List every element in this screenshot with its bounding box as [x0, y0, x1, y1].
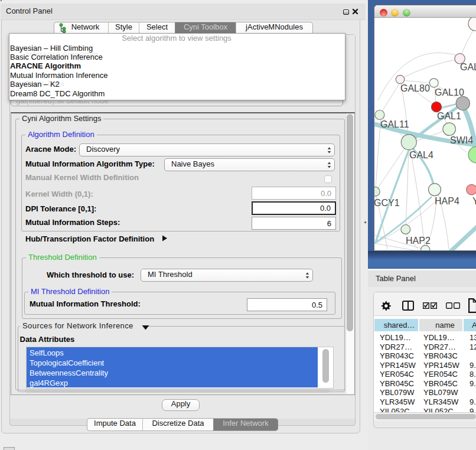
svg-text:HAP2: HAP2	[406, 236, 431, 246]
svg-text:GAL80: GAL80	[400, 83, 430, 93]
svg-text:YJ: YJ	[472, 196, 476, 206]
svg-text:GAL10: GAL10	[435, 87, 464, 97]
svg-text:HAP4: HAP4	[435, 196, 459, 206]
svg-text:GCY1: GCY1	[374, 198, 400, 208]
svg-text:GAL4: GAL4	[409, 150, 433, 160]
svg-text:GAL11: GAL11	[380, 119, 409, 129]
svg-text:GAL1: GAL1	[437, 111, 461, 121]
svg-text:SWI4: SWI4	[450, 135, 473, 145]
svg-text:GAL2: GAL2	[460, 62, 476, 72]
